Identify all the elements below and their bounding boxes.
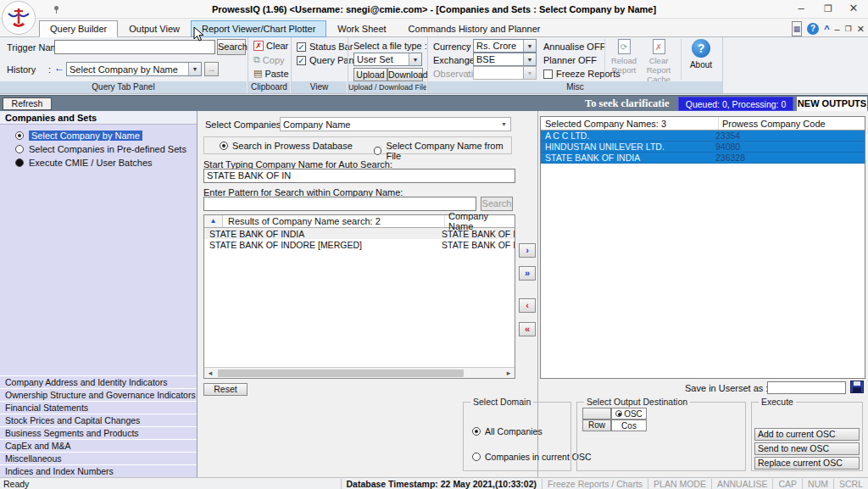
sidebar-section-miscellaneous[interactable]: Miscellaneous (0, 452, 197, 464)
move-all-left-button[interactable]: « (519, 322, 536, 336)
worksheet-grid-icon[interactable]: ▦ (792, 21, 803, 36)
move-right-button[interactable]: › (519, 243, 536, 258)
dest-cos-cell[interactable]: Cos (611, 420, 647, 431)
tab-commands-history[interactable]: Commands History and Planner (398, 20, 552, 37)
planner-status: Planner OFF (543, 55, 597, 65)
companies-current-osc-radio[interactable]: Companies in current OSC (472, 452, 591, 462)
window-maximize-button[interactable]: ❐ (815, 0, 841, 19)
result-row[interactable]: STATE BANK OF INDIA STATE BANK OF IND (204, 228, 515, 239)
select-companies-by-dropdown[interactable]: Company Name ▼ (280, 117, 511, 131)
pattern-search-input[interactable] (203, 197, 476, 211)
mdi-minimize-icon[interactable]: – (835, 22, 840, 36)
dest-row-cell[interactable]: Row (582, 420, 611, 431)
select-from-file-radio[interactable]: Select Company Name from File (374, 141, 511, 161)
scrollbar-thumb[interactable] (218, 370, 464, 377)
observation-dropdown[interactable]: ▼ (473, 66, 537, 80)
collapse-ribbon-icon[interactable]: ^ (824, 22, 829, 36)
pattern-search-button[interactable]: Search (481, 197, 513, 211)
history-dropdown-arrow-icon[interactable]: ▼ (188, 63, 201, 75)
dest-osc-label: OSC (624, 409, 643, 419)
sort-asc-icon[interactable]: ▲ (204, 215, 223, 227)
mdi-restore-icon[interactable]: ❐ (845, 22, 852, 36)
help-icon[interactable]: ? (807, 23, 819, 35)
auto-search-input[interactable]: STATE BANK OF IN (203, 169, 515, 183)
file-type-dropdown[interactable]: User Set ▼ (353, 53, 422, 66)
exchange-dropdown[interactable]: BSE ▼ (473, 53, 537, 66)
reload-report-button[interactable]: ⟳ ReloadReport (609, 39, 639, 75)
scroll-left-icon[interactable]: ◂ (204, 368, 216, 378)
sidebar-section-indices[interactable]: Indices and Index Numbers (0, 464, 197, 477)
download-button[interactable]: Download (387, 68, 423, 81)
result-name: STATE BANK OF INDIA (204, 229, 442, 239)
sidebar-section-ownership[interactable]: Ownership Structure and Governance Indic… (0, 388, 197, 401)
selected-company-row[interactable]: HINDUSTAN UNILEVER LTD. 94080 (541, 142, 865, 153)
clear-button[interactable]: ✗ Clear (253, 41, 288, 51)
dest-osc-radio[interactable]: OSC (611, 408, 647, 420)
save-userset-input[interactable] (767, 381, 846, 394)
copy-button[interactable]: ⧉ Copy (253, 54, 285, 65)
sidebar-item-select-company-by-name[interactable]: Select Company by Name (15, 131, 142, 141)
reset-button[interactable]: Reset (203, 383, 248, 396)
replace-current-osc-button[interactable]: Replace current OSC (754, 457, 860, 470)
select-companies-by-value: Company Name (281, 119, 498, 130)
currency-dropdown[interactable]: Rs. Crore ▼ (473, 39, 537, 53)
exchange-dropdown-arrow-icon[interactable]: ▼ (523, 53, 536, 65)
add-to-current-osc-button[interactable]: Add to current OSC (754, 428, 860, 441)
group-caption-misc: Misc (428, 81, 722, 93)
trigger-search-button[interactable]: Search (217, 39, 246, 55)
about-button[interactable]: ? About (688, 39, 714, 69)
sidebar-section-company-address[interactable]: Company Address and Identity Indicators (0, 375, 197, 388)
refresh-button[interactable]: Refresh (3, 97, 52, 110)
selected-company-name: A C C LTD. (541, 131, 715, 141)
results-header-row[interactable]: ▲ Results of Company Name search: 2 Comp… (204, 215, 515, 228)
status-bar-check-icon: ✓ (297, 42, 306, 52)
selected-company-row[interactable]: STATE BANK OF INDIA 236328 (541, 153, 865, 164)
paste-button[interactable]: ▤ Paste (253, 68, 289, 79)
history-dropdown-value: Select Company by Name (67, 64, 188, 75)
window-minimize-button[interactable]: – (788, 0, 814, 19)
select-by-dropdown-arrow-icon[interactable]: ▼ (498, 118, 510, 131)
clear-report-cache-button[interactable]: ✗ Clear ReportCache (641, 39, 676, 84)
search-in-prowess-radio[interactable]: Search in Prowess Database (220, 141, 353, 151)
status-scrl: SCRL (833, 479, 868, 489)
result-row[interactable]: STATE BANK OF INDORE [MERGED] STATE BANK… (204, 239, 515, 250)
results-hscrollbar[interactable]: ◂ ▸ (204, 367, 515, 378)
tab-query-builder[interactable]: Query Builder (39, 20, 118, 37)
mdi-close-icon[interactable]: ✕ (857, 22, 865, 36)
history-forward-icon[interactable]: → (204, 62, 219, 76)
sidebar-section-business-segments[interactable]: Business Segments and Products (0, 426, 197, 439)
upload-button[interactable]: Upload (353, 68, 387, 81)
sidebar-section-financial-statements[interactable]: Financial Statements (0, 401, 197, 414)
scroll-right-icon[interactable]: ▸ (503, 368, 515, 378)
paste-label: Paste (264, 69, 288, 79)
history-back-icon[interactable]: ← (54, 62, 64, 74)
sidebar-item-execute-batches[interactable]: Execute CMIE / User Batches (15, 158, 153, 168)
move-left-button[interactable]: ‹ (519, 298, 536, 313)
query-pane-checkbox[interactable]: ✓ Query Pane (297, 55, 359, 65)
sidebar-item-label: Execute CMIE / User Batches (29, 158, 153, 168)
radio-selected-icon (15, 131, 24, 140)
sidebar-item-predefined-sets[interactable]: Select Companies in Pre-defined Sets (15, 144, 186, 154)
history-dropdown[interactable]: Select Company by Name ▼ (66, 62, 202, 76)
file-type-dropdown-arrow-icon[interactable]: ▼ (409, 53, 421, 65)
send-to-new-osc-button[interactable]: Send to new OSC (754, 442, 860, 455)
new-outputs-button[interactable]: NEW OUTPUTS (797, 97, 867, 111)
status-bar-checkbox[interactable]: ✓ Status Bar (297, 42, 353, 52)
tab-report-viewer[interactable]: Report Viewer/Chart Plotter (191, 20, 326, 37)
sidebar-section-stock-prices[interactable]: Stock Prices and Capital Changes (0, 414, 197, 426)
all-companies-radio[interactable]: All Companies (472, 426, 542, 436)
selected-company-row[interactable]: A C C LTD. 23354 (541, 131, 865, 142)
output-destination-caption: Select Output Destination (584, 397, 690, 407)
move-all-right-button[interactable]: » (519, 266, 536, 281)
window-close-button[interactable]: ✕ (841, 0, 866, 19)
observation-dropdown-arrow-icon[interactable]: ▼ (523, 67, 536, 79)
reload-report-label2: Report (612, 65, 637, 75)
currency-colon: : (467, 42, 470, 52)
currency-dropdown-arrow-icon[interactable]: ▼ (523, 40, 536, 52)
tab-work-sheet[interactable]: Work Sheet (326, 20, 397, 37)
sidebar-section-capex-ma[interactable]: CapEx and M&A (0, 439, 197, 452)
tab-output-view[interactable]: Output View (118, 20, 191, 37)
trigger-name-input[interactable] (54, 40, 215, 54)
save-userset-button[interactable] (850, 381, 864, 395)
dest-corner-cell[interactable] (582, 408, 611, 420)
